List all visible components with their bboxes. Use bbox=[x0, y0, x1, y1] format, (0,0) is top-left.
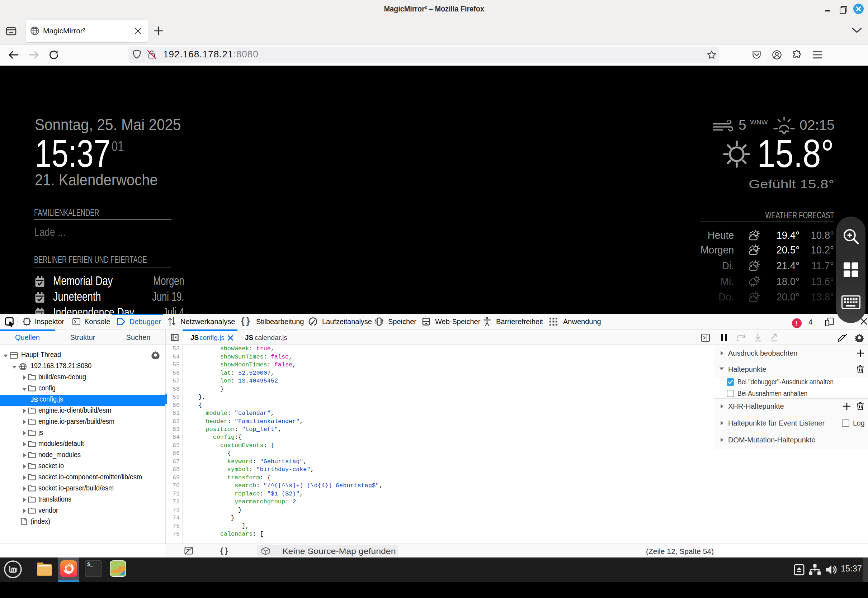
svg-text:$_: $_ bbox=[87, 562, 93, 568]
